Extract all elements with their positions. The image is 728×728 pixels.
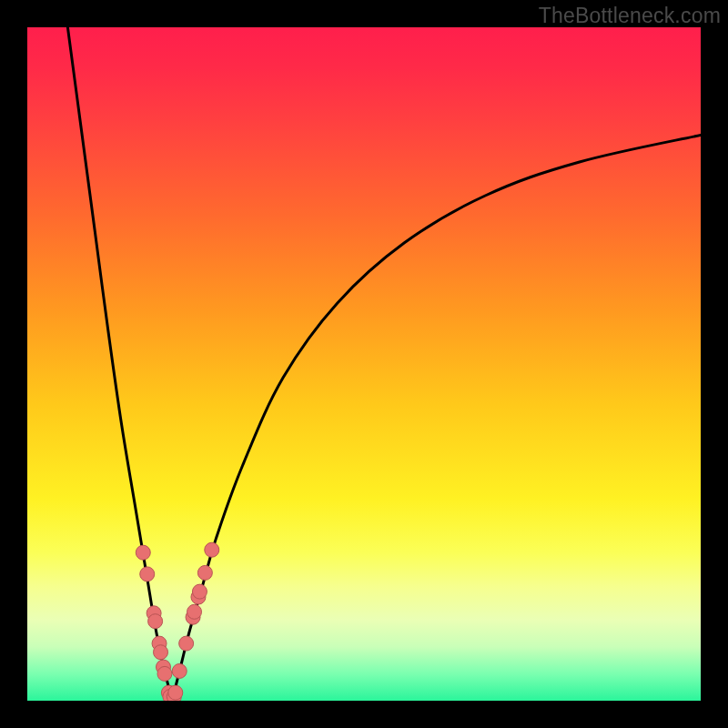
data-point [197, 565, 212, 580]
data-point [157, 666, 172, 681]
data-point [140, 567, 155, 581]
data-point [136, 545, 150, 560]
data-point [179, 636, 194, 651]
data-point [168, 685, 183, 700]
data-markers [136, 542, 218, 701]
watermark-text: TheBottleneck.com [539, 4, 721, 28]
data-point [192, 584, 207, 599]
curve-layer [27, 27, 701, 701]
data-point [172, 663, 187, 678]
plot-area [27, 27, 701, 701]
data-point [154, 645, 168, 660]
bottleneck-curve [67, 27, 701, 701]
data-point [205, 542, 219, 557]
curve-left-branch [67, 27, 172, 701]
data-point [148, 614, 163, 629]
data-point [187, 604, 202, 619]
curve-right-branch [172, 135, 701, 701]
chart-frame: TheBottleneck.com [0, 0, 728, 728]
